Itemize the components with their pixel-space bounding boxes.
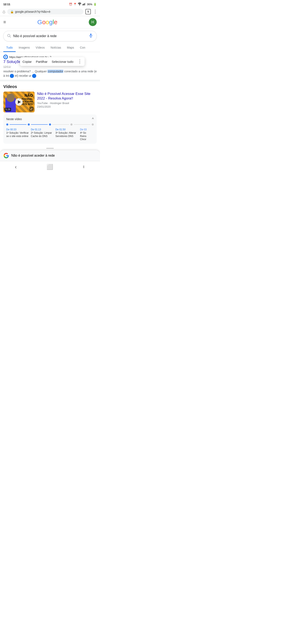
svg-rect-7 (90, 34, 91, 36)
timeline-line-1 (9, 124, 26, 125)
timeline-dot-3 (49, 124, 51, 126)
chapter-2[interactable]: De 01:13 2º Solução: Limpar Cache do DNS (31, 128, 54, 141)
chapters-title: Neste vídeo (6, 118, 22, 121)
timeline-line-4 (74, 124, 91, 125)
video-title[interactable]: Não é Possível Acessar Esse Site 2022 - … (37, 92, 97, 101)
svg-line-6 (10, 36, 11, 37)
chapters-header[interactable]: Neste vídeo ^ (6, 117, 94, 122)
google-logo-g2: g (49, 18, 53, 26)
google-header: ≡ G o o g l e H (0, 16, 100, 28)
browser-more-button[interactable]: ⋮ (93, 10, 97, 14)
alarm-icon: ⏰ (69, 3, 72, 6)
result-favicon (3, 55, 8, 59)
google-logo-o2: o (46, 18, 49, 26)
search-query-text: Não é possível aceder à rede (13, 34, 86, 38)
thumb-background: NÃO É POSSÍVEL ACESSAR ESTE SITE 5:26 ⤢ (3, 92, 34, 112)
selection-more-icon[interactable]: ⋮ (77, 59, 82, 64)
tab-con[interactable]: Con (77, 44, 88, 52)
search-bar[interactable]: Não é possível aceder à rede (3, 31, 97, 41)
chapter-4[interactable]: De 03 4º SoReinsChror (80, 128, 94, 141)
timeline-dot-1 (6, 124, 8, 126)
section-divider (0, 80, 100, 81)
video-duration: 5:26 (4, 108, 11, 111)
selection-handle-left (10, 74, 14, 78)
select-all-action[interactable]: Selecionar tudo (52, 60, 73, 64)
google-logo-g: G (37, 18, 42, 26)
result-snippet: resolver o problema? ... Qualquer comput… (3, 69, 97, 78)
tab-tudo[interactable]: Tudo (3, 44, 16, 52)
browser-chrome: ⌂ 🔒 google.pt/search?q=Não+é· 5 ⋮ (0, 8, 100, 16)
search-tabs: Tudo Imagens Vídeos Notícias Maps Con (0, 44, 100, 52)
play-triangle (18, 100, 21, 104)
status-icons: ⏰ 📍 36% 🔋 (69, 2, 97, 6)
timeline-line-3 (52, 124, 69, 125)
chapters-chevron-icon[interactable]: ^ (92, 117, 94, 122)
videos-section: Vídeos NÃO É POSSÍVEL ACESSAR ESTE SITE … (0, 81, 100, 146)
tab-maps[interactable]: Maps (64, 44, 77, 52)
bottom-search-bar[interactable]: Não é possível aceder à rede (0, 150, 100, 161)
timeline-dot-2 (28, 124, 30, 126)
google-logo-l: l (52, 18, 54, 26)
video-thumbnail[interactable]: NÃO É POSSÍVEL ACESSAR ESTE SITE 5:26 ⤢ (3, 92, 34, 112)
share-action[interactable]: Partilhar (36, 60, 47, 64)
recent-apps-button[interactable]: ⦀ (83, 165, 85, 169)
search-result-1: https://www.oficinadanet.com.br › 2... 7… (0, 52, 100, 80)
chapter-3-desc: 3º Solução: Alterar Servidores DNS (55, 132, 78, 138)
battery-icon: 🔋 (93, 3, 97, 6)
chapter-4-time: De 03 (80, 128, 94, 131)
svg-rect-2 (83, 4, 84, 5)
timeline-dot-4 (70, 124, 72, 126)
svg-rect-3 (84, 3, 85, 5)
scroll-indicator (46, 148, 54, 149)
browser-home-button[interactable]: ⌂ (2, 9, 5, 14)
videos-section-title: Vídeos (3, 84, 97, 89)
microphone-icon[interactable] (88, 33, 93, 39)
battery-status: 36% (87, 3, 92, 6)
video-info: Não é Possível Acessar Esse Site 2022 - … (37, 92, 97, 112)
bottom-search-text: Não é possível aceder à rede (11, 154, 55, 158)
chapters-grid: De 00:33 1º Solução: Verificar se o site… (6, 128, 94, 141)
tab-videos[interactable]: Vídeos (33, 44, 48, 52)
signal-icon (82, 2, 86, 6)
favicon-inner (4, 56, 7, 58)
chapter-2-time: De 01:13 (31, 128, 54, 131)
chapter-1-desc: 1º Solução: Verificar se o site está onl… (6, 132, 29, 138)
hamburger-menu[interactable]: ≡ (3, 20, 6, 25)
url-text: google.pt/search?q=Não+é· (15, 10, 80, 13)
user-avatar[interactable]: H (89, 18, 97, 26)
chapters-timeline (6, 124, 94, 126)
text-selection-toolbar: Copiar Partilhar Selecionar tudo ⋮ (20, 57, 85, 66)
svg-point-0 (79, 5, 80, 6)
chapter-2-desc: 2º Solução: Limpar Cache do DNS (31, 132, 54, 138)
play-icon[interactable] (15, 98, 23, 106)
address-bar[interactable]: 🔒 google.pt/search?q=Não+é· (7, 9, 83, 14)
tab-count[interactable]: 5 (85, 9, 91, 14)
selection-handle-right (32, 74, 36, 78)
expand-icon[interactable]: ⤢ (29, 107, 33, 111)
chapter-3[interactable]: De 01:50 3º Solução: Alterar Servidores … (55, 128, 78, 141)
video-source: YouTube · Hostinger Brasil (37, 102, 97, 105)
text-selection-area: 7 Soluções para o erro "Não é possível a… (3, 59, 97, 64)
video-card[interactable]: NÃO É POSSÍVEL ACESSAR ESTE SITE 5:26 ⤢ … (3, 92, 97, 112)
chapter-4-desc: 4º SoReinsChror (80, 132, 94, 141)
tab-noticias[interactable]: Notícias (48, 44, 64, 52)
google-logo-o1: o (42, 18, 46, 26)
chapter-1[interactable]: De 00:33 1º Solução: Verificar se o site… (6, 128, 29, 141)
google-logo: G o o g l e (37, 18, 57, 26)
svg-rect-4 (85, 3, 85, 5)
tab-imagens[interactable]: Imagens (16, 44, 33, 52)
search-icon (7, 34, 11, 39)
highlighted-text: computador (47, 70, 63, 73)
copy-action[interactable]: Copiar (22, 60, 32, 64)
back-button[interactable]: ‹ (15, 164, 17, 170)
google-g-logo (3, 153, 9, 158)
timeline-line-2 (31, 124, 48, 125)
timeline-dot-5 (92, 124, 94, 126)
location-icon: 📍 (73, 3, 77, 6)
chapter-3-time: De 01:50 (55, 128, 78, 131)
video-date: 23/01/2020 (37, 105, 97, 108)
status-bar: 12:11 ⏰ 📍 36% 🔋 (0, 0, 100, 8)
google-logo-e: e (54, 18, 57, 26)
home-button[interactable]: ⬜ (46, 164, 53, 170)
chapter-1-time: De 00:33 (6, 128, 29, 131)
